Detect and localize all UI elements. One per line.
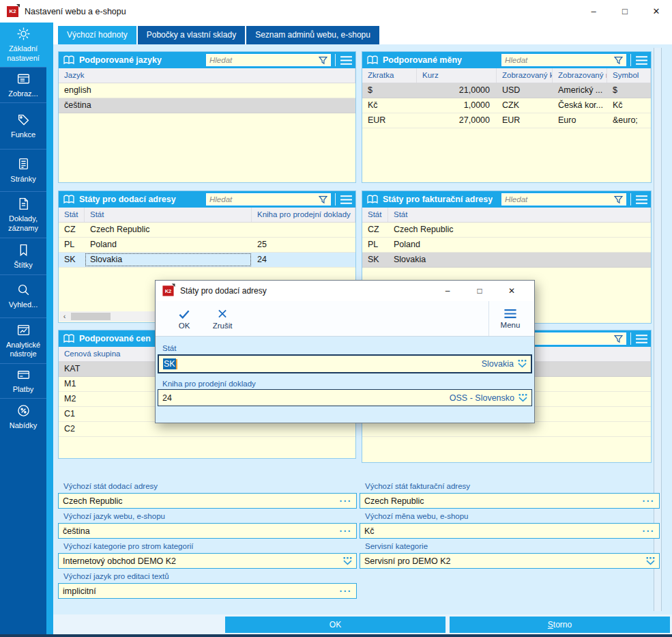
table-row[interactable]: C2 (59, 422, 355, 437)
search-input[interactable] (209, 56, 319, 64)
lookup-icon[interactable] (518, 360, 527, 368)
sidebar-item-discount[interactable]: Nabídky (0, 398, 46, 435)
state-field[interactable]: SK Slovakia (158, 354, 532, 373)
column-header[interactable]: Kurz (417, 68, 497, 83)
scroll-left-arrow[interactable]: ‹ (59, 311, 70, 322)
panel-menu-button[interactable] (635, 55, 648, 66)
dialog-close-button[interactable]: ✕ (501, 281, 522, 301)
dialog-minimize-button[interactable]: – (437, 281, 458, 301)
sidebar-item-search[interactable]: Vyhled... (0, 274, 46, 317)
table-cell[interactable]: EUR (362, 113, 417, 128)
form-field-right-3[interactable]: Servisní pro DEMO K2 (360, 553, 660, 569)
column-header[interactable]: Stát (388, 208, 651, 222)
table-cell[interactable]: C2 (59, 422, 355, 436)
table-cell[interactable]: CZK (497, 98, 553, 113)
table-row[interactable] (362, 422, 651, 437)
ellipsis-icon[interactable]: ··· (340, 528, 353, 535)
table-cell[interactable]: Česká kor... (553, 98, 607, 113)
table-cell[interactable]: 25 (252, 238, 355, 252)
table-cell[interactable]: CZ (59, 223, 85, 237)
table-cell[interactable]: Euro (553, 113, 607, 128)
sidebar-item-tag[interactable]: Funkce (0, 102, 46, 149)
dialog-ok-button[interactable]: OK (165, 301, 203, 336)
table-cell[interactable]: &euro; (607, 113, 651, 128)
table-cell[interactable]: $ (607, 83, 651, 98)
panel-menu-button[interactable] (340, 55, 353, 66)
lookup-icon[interactable] (518, 394, 527, 402)
column-header[interactable]: Stát (362, 208, 388, 222)
column-header[interactable]: Zkratka (362, 68, 417, 83)
form-field-right-2[interactable]: Kč··· (360, 523, 660, 539)
form-field-left-1[interactable]: Czech Republic··· (58, 493, 357, 509)
sidebar-item-pages[interactable]: Stránky (0, 149, 46, 191)
filter-icon[interactable] (319, 195, 327, 204)
column-header[interactable]: Jazyk (59, 68, 355, 83)
minimize-button[interactable]: – (578, 0, 609, 23)
table-row[interactable]: Kč1,0000CZKČeská kor...Kč (362, 98, 651, 113)
tab-1[interactable]: Výchozí hodnoty (58, 26, 136, 44)
table-cell[interactable]: Slovakia (388, 253, 651, 267)
sidebar-item-document[interactable]: Doklady, záznamy (0, 191, 46, 238)
search-input[interactable] (209, 195, 319, 203)
form-field-right-1[interactable]: Czech Republic··· (360, 493, 660, 509)
table-cell[interactable]: Poland (388, 238, 651, 252)
column-header[interactable]: Stát (59, 208, 85, 222)
table-cell[interactable]: USD (497, 83, 553, 98)
table-cell[interactable]: 24 (252, 253, 355, 267)
scrollbar-thumb[interactable] (71, 313, 111, 320)
table-cell[interactable]: Americký ... (553, 83, 607, 98)
filter-icon[interactable] (614, 195, 623, 204)
storno-button[interactable]: Storno (450, 617, 670, 633)
dialog-cancel-button[interactable]: Zrušit (203, 301, 242, 336)
table-cell[interactable]: PL (59, 238, 85, 252)
ok-button[interactable]: OK (225, 617, 445, 633)
table-cell[interactable]: SK (59, 253, 85, 267)
sidebar-item-bookmark[interactable]: Štítky (0, 238, 46, 274)
table-cell[interactable]: Poland (85, 238, 252, 252)
column-header[interactable]: Symbol (607, 68, 651, 83)
lookup-icon[interactable] (343, 557, 352, 565)
table-cell[interactable]: $ (362, 83, 417, 98)
filter-icon[interactable] (319, 56, 327, 65)
sidebar-item-display[interactable]: Zobraz... (0, 67, 46, 102)
panel-menu-button[interactable] (340, 195, 353, 205)
table-row[interactable]: EUR27,0000EUREuro&euro; (362, 113, 651, 128)
table-cell[interactable]: Kč (607, 98, 651, 113)
ellipsis-icon[interactable]: ··· (643, 528, 656, 535)
lookup-icon[interactable] (646, 557, 655, 565)
table-cell[interactable]: čeština (59, 98, 355, 113)
panel-menu-button[interactable] (635, 195, 648, 205)
table-row[interactable]: SKSlovakia24 (59, 253, 355, 268)
ellipsis-icon[interactable]: ··· (340, 588, 353, 595)
sidebar-item-chart[interactable]: Analytické nástroje (0, 317, 46, 363)
close-button[interactable]: ✕ (641, 0, 672, 23)
table-row[interactable]: PLPoland (362, 238, 651, 253)
sales-book-field[interactable]: 24 OSS - Slovensko (158, 389, 532, 406)
column-header[interactable]: Zobrazovaný k (497, 68, 553, 83)
table-row[interactable]: SKSlovakia (362, 253, 651, 268)
table-cell[interactable] (252, 223, 355, 237)
sidebar-item-payment[interactable]: Platby (0, 363, 46, 398)
table-cell[interactable]: 1,0000 (417, 98, 497, 113)
column-header[interactable]: Zobrazovaný r (553, 68, 607, 83)
form-field-left-3[interactable]: Internetový obchod DEMO K2 (58, 553, 357, 569)
column-header[interactable]: Kniha pro prodejní doklady (252, 208, 355, 222)
maximize-button[interactable]: □ (609, 0, 641, 23)
sidebar-item-gear[interactable]: Základní nastavení (0, 23, 46, 67)
tab-2[interactable]: Pobočky a vlastní sklady (138, 26, 245, 44)
table-cell[interactable]: english (59, 83, 355, 98)
table-row[interactable]: PLPoland25 (59, 238, 355, 253)
table-row[interactable]: CZCzech Republic (59, 223, 355, 238)
table-cell[interactable]: 27,0000 (417, 113, 497, 128)
ellipsis-icon[interactable]: ··· (340, 498, 353, 505)
dialog-maximize-button[interactable]: □ (469, 281, 490, 301)
table-cell[interactable]: 21,0000 (417, 83, 497, 98)
search-input[interactable] (505, 56, 614, 64)
table-cell[interactable]: EUR (497, 113, 553, 128)
search-input[interactable] (505, 195, 614, 203)
table-row[interactable]: english (59, 83, 355, 98)
table-row[interactable]: CZCzech Republic (362, 223, 651, 238)
form-field-left-2[interactable]: čeština··· (58, 523, 357, 539)
table-row[interactable]: čeština (59, 98, 355, 113)
filter-icon[interactable] (614, 56, 623, 65)
